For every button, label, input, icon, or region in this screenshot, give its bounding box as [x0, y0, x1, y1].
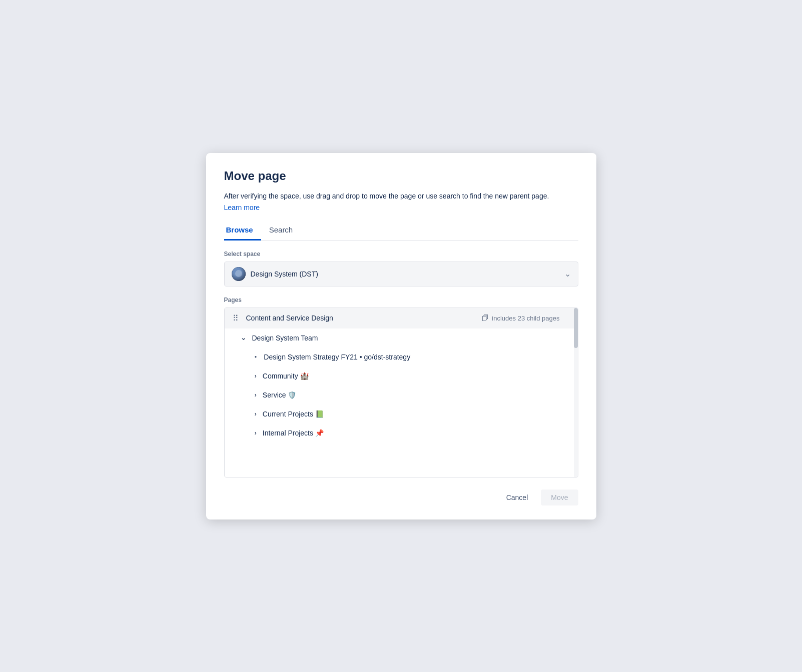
- page-item-name: Content and Service Design: [246, 314, 482, 322]
- space-dropdown[interactable]: Design System (DST) ⌄: [224, 262, 578, 286]
- page-item-design-system-team[interactable]: ⌄ Design System Team: [225, 328, 578, 348]
- expand-icon: ›: [255, 410, 257, 418]
- collapse-icon: ⌄: [241, 334, 246, 342]
- tabs-container: Browse Search: [224, 222, 578, 240]
- page-item-name: Service 🛡️: [263, 391, 570, 399]
- chevron-down-icon: ⌄: [564, 269, 571, 278]
- expand-icon: ›: [255, 429, 257, 436]
- page-item-internal-projects[interactable]: › Internal Projects 📌: [225, 424, 578, 442]
- page-item-service[interactable]: › Service 🛡️: [225, 386, 578, 404]
- page-item-name: Design System Strategy FY21 • go/dst-str…: [264, 353, 569, 361]
- page-item-current-projects[interactable]: › Current Projects 📗: [225, 404, 578, 424]
- dialog-description: After verifying the space, use drag and …: [224, 191, 578, 202]
- space-dropdown-left: Design System (DST): [232, 267, 318, 281]
- page-item-content-service-design[interactable]: ⠿ Content and Service Design 🗍 includes …: [225, 308, 578, 328]
- cancel-button[interactable]: Cancel: [498, 490, 536, 506]
- select-space-label: Select space: [224, 250, 578, 258]
- tab-search[interactable]: Search: [261, 222, 301, 240]
- dialog-title: Move page: [224, 169, 578, 183]
- child-pages-info: 🗍 includes 23 child pages: [482, 314, 559, 322]
- move-button[interactable]: Move: [541, 490, 578, 506]
- copy-icon: 🗍: [482, 314, 489, 322]
- pages-list[interactable]: ⠿ Content and Service Design 🗍 includes …: [224, 308, 578, 478]
- scrollbar-track[interactable]: [574, 308, 578, 477]
- drag-handle-icon: ⠿: [233, 314, 239, 323]
- space-name: Design System (DST): [251, 270, 318, 278]
- page-item-community[interactable]: › Community 🏰: [225, 366, 578, 386]
- page-item-name: Current Projects 📗: [263, 410, 570, 418]
- move-page-dialog: Move page After verifying the space, use…: [206, 153, 596, 520]
- page-item-name: Design System Team: [252, 334, 570, 342]
- space-avatar-icon: [232, 267, 246, 281]
- expand-icon: ›: [255, 372, 257, 380]
- page-item-design-system-strategy[interactable]: ● Design System Strategy FY21 • go/dst-s…: [225, 348, 578, 366]
- scrollbar-thumb[interactable]: [574, 308, 578, 348]
- page-item-name: Internal Projects 📌: [263, 429, 570, 437]
- dialog-footer: Cancel Move: [224, 490, 578, 506]
- bullet-icon: ●: [255, 354, 257, 359]
- space-avatar: [232, 267, 246, 281]
- learn-more-link[interactable]: Learn more: [224, 204, 578, 212]
- pages-label: Pages: [224, 296, 578, 304]
- expand-icon: ›: [255, 391, 257, 398]
- tab-browse[interactable]: Browse: [224, 222, 261, 240]
- page-item-name: Community 🏰: [263, 372, 570, 380]
- child-pages-count-text: includes 23 child pages: [492, 314, 559, 322]
